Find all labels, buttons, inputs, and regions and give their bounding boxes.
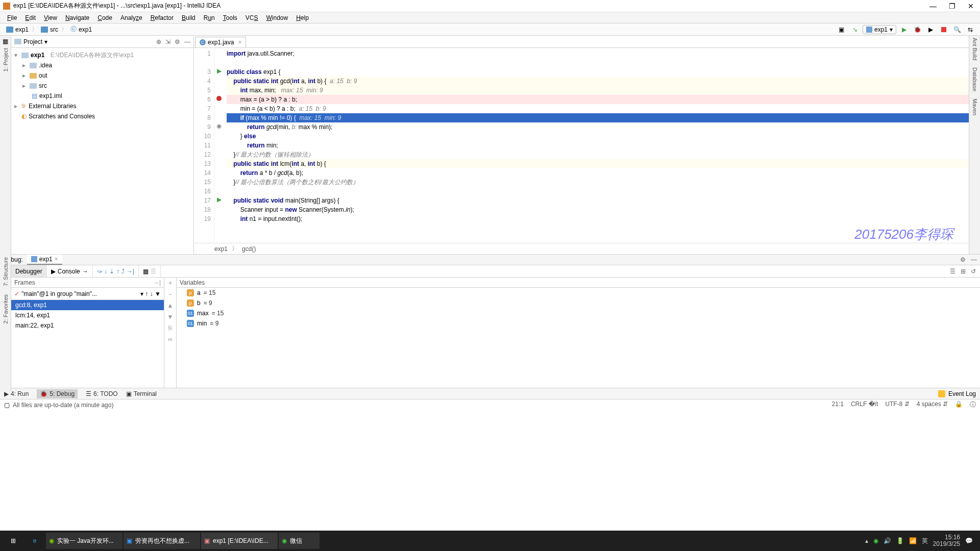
search-icon[interactable]: 🔍 <box>951 24 963 35</box>
step-over-icon[interactable]: ⤼ <box>97 268 102 275</box>
tab-exp1[interactable]: Cexp1.java× <box>195 37 246 47</box>
tree-ext[interactable]: External Libraries <box>29 103 76 110</box>
start-icon[interactable]: ⊞ <box>3 533 23 549</box>
task-idea[interactable]: ▣exp1 [E:\IDEA\IDE... <box>201 533 278 549</box>
gutter-run-icon[interactable]: ▶ <box>214 66 224 76</box>
stop-icon[interactable] <box>938 24 949 35</box>
ime[interactable]: 英 <box>922 537 928 545</box>
breadcrumb-file[interactable]: ⓒexp1 <box>68 25 94 34</box>
var-a[interactable]: pa= 15 <box>177 288 980 298</box>
var-b[interactable]: pb= 9 <box>177 298 980 308</box>
layout-icon[interactable]: ☰ <box>950 268 955 275</box>
notifications-icon[interactable]: 💬 <box>965 537 973 544</box>
code-crumb-class[interactable]: exp1 <box>214 245 228 253</box>
tray-batt-icon[interactable]: 🔋 <box>896 537 904 544</box>
tray-wifi-icon[interactable]: 📶 <box>909 537 917 544</box>
force-step-icon[interactable]: ⇣ <box>109 268 114 275</box>
evaluate-icon[interactable]: ▦ <box>143 268 149 275</box>
copy-icon[interactable]: ⎘ <box>168 324 172 332</box>
gear-icon[interactable]: ⚙ <box>175 38 180 45</box>
task-wechat[interactable]: ◉微信 <box>279 533 320 549</box>
debug-hide-icon[interactable]: — <box>971 256 977 263</box>
menu-edit[interactable]: Edit <box>22 13 39 22</box>
clock[interactable]: 15:162019/3/25 <box>933 534 960 547</box>
thread-select[interactable]: ✓"main"@1 in group "main"...▾ ↑ ↓ ▼ <box>11 288 164 300</box>
menu-refactor[interactable]: Refactor <box>148 13 177 22</box>
pin-icon[interactable]: ⊞ <box>961 268 966 275</box>
frame-main[interactable]: main:22, exp1 <box>11 320 164 331</box>
link-icon[interactable]: ∞ <box>168 336 173 343</box>
menu-navigate[interactable]: Navigate <box>62 13 92 22</box>
breadcrumb-src[interactable]: src <box>39 26 60 33</box>
hat-icon[interactable]: ⓘ <box>970 400 976 409</box>
tool-debug[interactable]: 🐞 5: Debug <box>37 389 78 398</box>
tray-net-icon[interactable]: ◉ <box>873 537 878 544</box>
sidebar-database[interactable]: Database <box>972 67 978 91</box>
build-icon[interactable]: ▣ <box>836 24 847 35</box>
sidebar-structure[interactable]: 7: Structure <box>3 257 9 286</box>
menu-build[interactable]: Build <box>179 13 199 22</box>
debugger-tab[interactable]: Debugger <box>11 265 47 277</box>
menu-run[interactable]: Run <box>201 13 218 22</box>
console-tab[interactable]: ▶ Console → <box>47 265 93 277</box>
tree-out[interactable]: out <box>39 72 47 79</box>
lock-icon[interactable]: 🔒 <box>955 400 963 409</box>
frames-pin-icon[interactable]: →| <box>153 279 161 286</box>
tree-scratch[interactable]: Scratches and Consoles <box>29 113 95 120</box>
task-vm[interactable]: ▣劳资再也不想换虚... <box>124 533 200 549</box>
toggle-icon[interactable]: ⇆ <box>965 24 976 35</box>
breakpoint-icon[interactable] <box>214 94 224 103</box>
code-area[interactable]: import java.util.Scanner; public class e… <box>224 48 969 243</box>
tray-icon[interactable]: ▴ <box>865 537 868 544</box>
menu-help[interactable]: Help <box>293 13 312 22</box>
up-icon[interactable]: ▲ <box>167 302 174 309</box>
event-log[interactable]: Event Log <box>948 390 976 397</box>
status-icon[interactable]: ▢ <box>4 402 10 409</box>
gutter-run-main-icon[interactable]: ▶ <box>214 195 224 204</box>
collapse-icon[interactable]: ⇲ <box>165 38 170 45</box>
step-into-icon[interactable]: ↓ <box>104 268 107 275</box>
indent[interactable]: 4 spaces ⇵ <box>917 400 948 409</box>
tree-root[interactable]: exp1 <box>31 52 44 59</box>
minimize-icon[interactable]: — <box>929 2 937 10</box>
maximize-icon[interactable]: ❐ <box>949 2 955 10</box>
frame-gcd[interactable]: gcd:8, exp1 <box>11 300 164 310</box>
tree-idea[interactable]: .idea <box>39 62 52 69</box>
hammer-icon[interactable]: ↘ <box>849 24 861 35</box>
var-max[interactable]: 01max= 15 <box>177 308 980 318</box>
tray-vol-icon[interactable]: 🔊 <box>884 537 891 544</box>
menu-code[interactable]: Code <box>94 13 115 22</box>
target-icon[interactable]: ⊕ <box>156 38 161 45</box>
code-crumb-method[interactable]: gcd() <box>242 245 256 253</box>
debug-gear-icon[interactable]: ⚙ <box>960 256 966 263</box>
debug-icon[interactable]: 🐞 <box>912 24 923 35</box>
menu-vcs[interactable]: VCS <box>242 13 261 22</box>
drop-frame-icon[interactable]: ⤴ <box>121 268 125 275</box>
hide-icon[interactable]: — <box>184 38 190 45</box>
menu-analyze[interactable]: Analyze <box>117 13 145 22</box>
tool-todo[interactable]: ☰ 6: TODO <box>86 390 118 397</box>
coverage-icon[interactable]: ▶ <box>925 24 936 35</box>
encoding[interactable]: UTF-8 ⇵ <box>885 400 909 409</box>
sidebar-ant[interactable]: Ant Build <box>972 38 978 60</box>
menu-tools[interactable]: Tools <box>220 13 240 22</box>
run-icon[interactable]: ▶ <box>898 24 910 35</box>
menu-window[interactable]: Window <box>263 13 291 22</box>
edge-icon[interactable]: e <box>24 533 45 549</box>
project-tool-icon[interactable]: ▦ <box>3 38 8 45</box>
close-icon[interactable]: ✕ <box>968 2 974 10</box>
sidebar-project[interactable]: 1: Project <box>3 48 9 71</box>
eol[interactable]: CRLF �ït <box>851 400 878 409</box>
run-to-cursor-icon[interactable]: →| <box>127 268 134 275</box>
add-watch-icon[interactable]: + <box>168 280 172 287</box>
var-min[interactable]: 01min= 9 <box>177 318 980 329</box>
frame-lcm[interactable]: lcm:14, exp1 <box>11 310 164 320</box>
task-browser[interactable]: ◉实验一 Java开发环... <box>46 533 122 549</box>
debug-session-tab[interactable]: exp1× <box>27 255 62 265</box>
close-tab-icon[interactable]: × <box>238 39 241 46</box>
restore-icon[interactable]: ↺ <box>971 268 976 275</box>
tree-iml[interactable]: exp1.iml <box>39 92 62 99</box>
sidebar-maven[interactable]: Maven <box>972 98 978 115</box>
down-icon[interactable]: ▼ <box>167 313 174 320</box>
tree-src[interactable]: src <box>39 82 47 89</box>
